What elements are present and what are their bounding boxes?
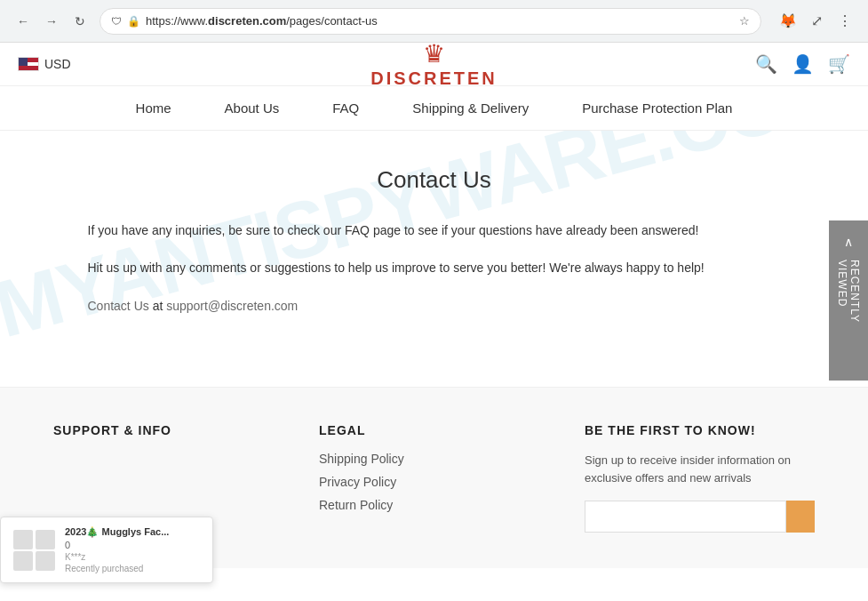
contact-paragraph-3: Contact Us at support@discreten.com [88, 296, 781, 316]
currency-selector[interactable]: USD [18, 57, 71, 71]
security-icon: 🛡 [111, 15, 122, 28]
account-button[interactable]: 👤 [792, 53, 814, 75]
cart-button[interactable]: 🛒 [828, 53, 850, 75]
popup-img-2 [36, 530, 55, 549]
footer-shipping-policy[interactable]: Shipping Policy [319, 452, 549, 466]
notification-popup[interactable]: 2023🎄 Mugglys Fac... 0 K***z Recently pu… [0, 517, 213, 583]
site-header: USD ♛ DISCRETEN 🔍 👤 🛒 [0, 43, 868, 86]
popup-content: 2023🎄 Mugglys Fac... 0 K***z Recently pu… [65, 526, 200, 573]
contact-paragraph-1: If you have any inquiries, be sure to ch… [88, 220, 781, 240]
browser-nav-buttons: ← → ↻ [11, 9, 92, 34]
contact-paragraph-2: Hit us up with any comments or suggestio… [88, 258, 781, 277]
popup-recently-purchased: Recently purchased [65, 564, 200, 573]
url-path: /pages/contact-us [286, 14, 378, 28]
footer-privacy-policy[interactable]: Privacy Policy [319, 475, 549, 489]
contact-section: Contact Us If you have any inquiries, be… [35, 131, 834, 387]
recently-viewed-label: RECENTLY VIEWED [836, 260, 861, 366]
popup-user-name: K***z [65, 552, 85, 562]
footer-return-policy[interactable]: Return Policy [319, 498, 549, 512]
popup-img-4 [36, 551, 55, 571]
nav-item-about[interactable]: About Us [225, 100, 280, 116]
site-nav: Home About Us FAQ Shipping & Delivery Pu… [0, 86, 868, 131]
footer-legal-col: LEGAL Shipping Policy Privacy Policy Ret… [319, 423, 549, 533]
newsletter-text: Sign up to receive insider information o… [585, 452, 815, 486]
popup-img-1 [13, 530, 33, 549]
pocket-button[interactable]: 🦊 [776, 9, 800, 34]
header-actions: 🔍 👤 🛒 [755, 53, 850, 75]
contact-email[interactable]: support@discreten.com [166, 299, 298, 313]
us-flag-icon [18, 57, 39, 71]
footer-newsletter-col: BE THE FIRST TO KNOW! Sign up to receive… [585, 423, 815, 533]
currency-label: USD [44, 57, 71, 71]
contact-us-link[interactable]: Contact Us [88, 299, 149, 313]
forward-button[interactable]: → [39, 9, 64, 34]
main-content: MYANTISPYWARE.COM Contact Us If you have… [0, 131, 868, 387]
popup-title: 2023🎄 Mugglys Fac... [65, 526, 200, 538]
recently-viewed-arrow: ∧ [844, 235, 854, 249]
search-button[interactable]: 🔍 [755, 53, 777, 75]
url-display: https://www.discreten.com/pages/contact-… [146, 14, 734, 28]
extensions-button[interactable]: ⤢ [804, 9, 829, 34]
nav-item-ppp[interactable]: Purchase Protection Plan [582, 100, 732, 116]
more-button[interactable]: ⋮ [832, 9, 857, 34]
logo: ♛ DISCRETEN [370, 39, 498, 89]
popup-img-3 [13, 551, 33, 571]
footer-support-title: SUPPORT & INFO [53, 423, 283, 437]
footer-newsletter-title: BE THE FIRST TO KNOW! [585, 423, 815, 437]
footer-legal-title: LEGAL [319, 423, 549, 437]
logo-icon: ♛ [423, 39, 445, 68]
newsletter-input[interactable] [585, 501, 786, 533]
back-button[interactable]: ← [11, 9, 36, 34]
recently-viewed-panel[interactable]: ∧ RECENTLY VIEWED [829, 220, 868, 381]
nav-item-home[interactable]: Home [136, 100, 171, 116]
lock-icon: 🔒 [127, 15, 140, 28]
popup-user: K***z [65, 552, 200, 562]
refresh-button[interactable]: ↻ [68, 9, 92, 34]
bookmark-icon[interactable]: ☆ [739, 14, 750, 28]
logo-name: DISCRETEN [370, 68, 498, 89]
newsletter-form [585, 501, 815, 533]
contact-title: Contact Us [88, 166, 781, 194]
logo-container[interactable]: ♛ DISCRETEN [370, 39, 498, 89]
url-prefix: https://www. [146, 14, 208, 28]
browser-chrome: ← → ↻ 🛡 🔒 https://www.discreten.com/page… [0, 0, 868, 43]
popup-images [13, 530, 56, 571]
popup-subtitle: 0 [65, 540, 200, 550]
address-bar[interactable]: 🛡 🔒 https://www.discreten.com/pages/cont… [100, 8, 761, 35]
nav-item-shipping[interactable]: Shipping & Delivery [412, 100, 529, 116]
newsletter-submit-button[interactable] [786, 501, 815, 533]
browser-actions: 🦊 ⤢ ⋮ [776, 9, 857, 34]
nav-item-faq[interactable]: FAQ [332, 100, 359, 116]
url-domain: discreten.com [208, 14, 286, 28]
